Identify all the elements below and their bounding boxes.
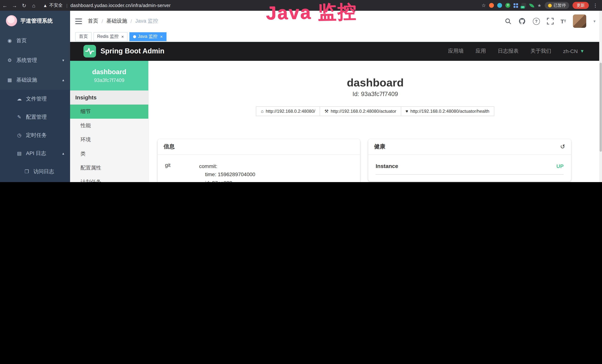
info-card: 信息 git commit: time: 1596289704000 id: 2… <box>158 139 360 182</box>
sidebar-item-access-logs[interactable]: ❐ 访问日志 <box>0 162 70 181</box>
security-chip[interactable]: ▲ 不安全 <box>43 2 63 9</box>
sidebar-item-config-management[interactable]: ✎ 配置管理 <box>0 108 70 126</box>
sba-nav: 应用墙 应用 日志报表 关于我们 zh-CN ▼ <box>448 48 602 54</box>
sidebar-item-system[interactable]: ⚙ 系统管理 ▾ <box>0 50 70 70</box>
chip-divider: | <box>66 3 67 8</box>
api-log-icon: ▤ <box>16 150 22 156</box>
close-icon[interactable]: × <box>121 34 124 39</box>
bookmark-star-icon[interactable]: ☆ <box>482 3 486 8</box>
security-label: 不安全 <box>49 2 63 9</box>
insight-item-scheduled-tasks[interactable]: 计划任务 <box>70 175 148 182</box>
forward-icon[interactable]: → <box>10 2 19 8</box>
breadcrumb-current: Java 监控 <box>135 18 158 24</box>
emoji-face-icon <box>548 3 552 7</box>
sba-nav-applications[interactable]: 应用 <box>475 48 486 54</box>
insight-item-performance[interactable]: 性能 <box>70 119 148 133</box>
tab-bar: 首页 Redis 监控 × Java 监控 × <box>70 32 602 42</box>
main-content: dashboard Id: 93a3fc7f7409 ⌂ http://192.… <box>148 61 602 182</box>
extension-icon-on-badge[interactable]: on <box>521 3 526 8</box>
gear-icon: ⚙ <box>7 57 13 63</box>
paused-badge[interactable]: 已暂停 <box>545 2 569 9</box>
tab-redis-monitor[interactable]: Redis 监控 × <box>93 32 128 41</box>
app-logo-icon <box>6 15 17 26</box>
address-bar[interactable]: dashboard.yudao.iocoder.cn/infra/admin-s… <box>70 3 171 8</box>
sba-nav-about[interactable]: 关于我们 <box>530 48 551 54</box>
sidebar-item-error-logs[interactable]: ❐ 错误日志 <box>0 181 70 182</box>
instance-name: dashboard <box>92 68 126 76</box>
fullscreen-icon[interactable] <box>547 18 554 24</box>
screen: ← → ↻ ⌂ ▲ 不安全 | dashboard.yudao.iocoder.… <box>0 0 602 182</box>
chevron-up-icon: ▴ <box>62 78 64 82</box>
sidebar-item-home[interactable]: ◉ 首页 <box>0 31 70 50</box>
health-card: 健康 ↺ Instance UP <box>368 139 571 181</box>
instance-sidebar: dashboard 93a3fc7f7409 Insights 细节 性能 环境… <box>70 61 149 182</box>
heart-icon: ♥ <box>406 109 408 114</box>
update-button[interactable]: 更新 <box>572 2 589 9</box>
extension-icon-fox[interactable] <box>489 3 494 8</box>
sidebar-item-api-logs[interactable]: ▤ API 日志 ▴ <box>0 144 70 162</box>
github-icon[interactable] <box>518 17 526 25</box>
breadcrumb-infrastructure[interactable]: 基础设施 <box>107 18 127 24</box>
search-icon[interactable] <box>505 18 511 24</box>
kebab-menu-icon[interactable]: ⋮ <box>593 3 598 8</box>
instance-header[interactable]: dashboard 93a3fc7f7409 <box>70 61 148 90</box>
health-url-button[interactable]: ♥ http://192.168.0.2:48080/actuator/heal… <box>401 107 494 116</box>
window-scrollbar[interactable] <box>599 11 602 182</box>
extension-icon-star[interactable]: ★ <box>537 3 541 8</box>
scrollbar-thumb[interactable] <box>600 63 602 152</box>
app-title: 芋道管理系统 <box>20 17 53 24</box>
status-badge: UP <box>556 163 564 169</box>
wrench-icon: ⚒ <box>324 109 329 114</box>
insight-item-details[interactable]: 细节 <box>70 105 148 119</box>
extension-icon-grid[interactable] <box>514 3 518 8</box>
sba-nav-wallboard[interactable]: 应用墙 <box>448 48 464 54</box>
infrastructure-icon: ▦ <box>7 77 13 83</box>
insight-item-environment[interactable]: 环境 <box>70 133 148 147</box>
health-instance-row[interactable]: Instance UP <box>376 160 564 175</box>
history-icon[interactable]: ↺ <box>560 143 565 150</box>
insights-group: 细节 性能 环境 类 配置属性 计划任务 <box>70 105 148 182</box>
chevron-up-icon: ▴ <box>62 151 64 155</box>
user-avatar[interactable] <box>573 14 586 28</box>
sidebar-item-scheduled-tasks[interactable]: ◷ 定时任务 <box>0 126 70 144</box>
edit-icon: ✎ <box>16 114 22 120</box>
service-url-button[interactable]: ⌂ http://192.168.0.2:48080/ <box>256 107 320 116</box>
extension-icon-drop[interactable] <box>497 3 502 8</box>
extension-icon-leaf[interactable] <box>529 3 535 8</box>
chevron-down-icon: ▾ <box>62 58 64 62</box>
app-sidebar: 芋道管理系统 ◉ 首页 ⚙ 系统管理 ▾ ▦ 基础设施 ▴ ☁ 文件管理 ✎ 配… <box>0 11 70 182</box>
sidebar-item-infrastructure[interactable]: ▦ 基础设施 ▴ <box>0 70 70 90</box>
refresh-icon[interactable]: ↻ <box>19 2 29 8</box>
sba-nav-journal[interactable]: 日志报表 <box>498 48 519 54</box>
app-logo-row[interactable]: 芋道管理系统 <box>0 11 70 31</box>
insight-item-config-props[interactable]: 配置属性 <box>70 161 148 175</box>
tab-java-monitor[interactable]: Java 监控 × <box>129 32 166 41</box>
breadcrumb: 首页 / 基础设施 / Java 监控 <box>88 18 158 24</box>
insight-item-classes[interactable]: 类 <box>70 147 148 161</box>
warning-icon: ▲ <box>43 3 47 8</box>
help-icon[interactable]: ? <box>533 18 540 25</box>
back-icon[interactable]: ← <box>0 2 10 8</box>
home-icon: ⌂ <box>261 109 264 114</box>
browser-right-cluster: ☆ Y on ★ 已暂停 更新 ⋮ <box>482 2 602 9</box>
sba-title[interactable]: Spring Boot Admin <box>100 47 164 55</box>
sidebar-item-file-management[interactable]: ☁ 文件管理 <box>0 90 70 108</box>
home-icon[interactable]: ⌂ <box>29 2 39 8</box>
hamburger-icon[interactable] <box>75 18 82 24</box>
cloud-file-icon: ☁ <box>16 96 22 102</box>
dashboard-icon: ◉ <box>7 38 13 43</box>
font-size-icon[interactable]: TT <box>561 18 566 24</box>
caret-down-icon[interactable]: ▾ <box>593 19 595 23</box>
annotation-text: Java 监控 <box>226 0 397 26</box>
tab-home[interactable]: 首页 <box>75 32 92 41</box>
sba-locale-select[interactable]: zh-CN ▼ <box>563 48 584 54</box>
sba-header: Spring Boot Admin 应用墙 应用 日志报表 关于我们 zh-CN… <box>70 42 602 61</box>
chevron-down-icon: ▼ <box>580 49 584 54</box>
close-icon[interactable]: × <box>160 34 163 39</box>
info-card-title: 信息 <box>158 139 360 155</box>
extension-icon-y[interactable]: Y <box>505 3 510 8</box>
sba-logo-icon[interactable] <box>83 45 96 57</box>
breadcrumb-home[interactable]: 首页 <box>88 18 98 24</box>
actuator-url-button[interactable]: ⚒ http://192.168.0.2:48080/actuator <box>320 107 401 116</box>
instance-id: 93a3fc7f7409 <box>94 77 124 83</box>
